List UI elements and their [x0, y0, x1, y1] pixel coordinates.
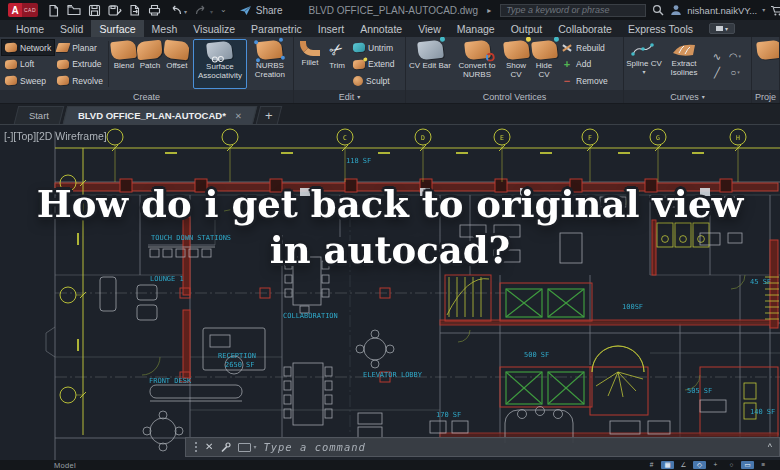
command-bar-grip[interactable]	[193, 440, 198, 454]
tab-manage[interactable]: Manage	[449, 20, 503, 37]
command-window-icon	[238, 443, 251, 452]
print-icon[interactable]	[148, 4, 161, 16]
convert-to-nurbs-button[interactable]: Convert to NURBS	[452, 38, 502, 90]
panel-title-project[interactable]: Proje	[752, 90, 779, 103]
cart-icon[interactable]	[770, 5, 780, 16]
command-close-icon[interactable]: ✕	[205, 442, 213, 452]
command-input[interactable]	[263, 441, 760, 453]
autocad-logo[interactable]: ACAD	[8, 3, 38, 17]
offset-button[interactable]: Offset	[163, 38, 191, 90]
tab-view[interactable]: View	[410, 20, 449, 37]
sculpt-button[interactable]: Sculpt	[350, 73, 397, 88]
recent-commands-button[interactable]: ▾	[238, 443, 256, 452]
network-surface-button[interactable]: Network	[2, 40, 54, 55]
curve-sketch-icon[interactable]: ∿	[708, 48, 726, 64]
share-button[interactable]: Share	[239, 5, 283, 16]
export-icon[interactable]	[129, 4, 141, 16]
rebuild-button[interactable]: Rebuild	[558, 40, 611, 55]
open-folder-icon[interactable]	[67, 4, 81, 16]
revolve-button[interactable]: Revolve	[54, 73, 106, 88]
new-file-icon[interactable]	[47, 4, 60, 17]
save-icon[interactable]	[88, 4, 101, 17]
panel-title-control-vertices[interactable]: Control Vertices	[406, 90, 623, 103]
command-expand-icon[interactable]: ^	[768, 443, 772, 452]
tab-visualize[interactable]: Visualize	[185, 20, 243, 37]
sweep-button[interactable]: Sweep	[2, 73, 54, 88]
help-search	[500, 4, 664, 17]
search-input[interactable]	[500, 4, 646, 17]
save-as-icon[interactable]	[108, 4, 122, 17]
curve-blend-icon[interactable]: ◠▾	[726, 48, 744, 64]
file-tab-close-icon[interactable]: ✕	[235, 111, 242, 121]
circle-tool-icon[interactable]: ○▾	[726, 64, 744, 80]
tab-parametric[interactable]: Parametric	[243, 20, 310, 37]
loft-button[interactable]: Loft	[2, 57, 54, 72]
polar-toggle-icon[interactable]: +	[709, 461, 722, 469]
line-tool-icon[interactable]: ╱	[708, 64, 726, 80]
ribbon-display-toggle[interactable]: ▾	[709, 23, 735, 34]
btn-label: Loft	[20, 59, 34, 69]
extract-isolines-button[interactable]: Extract Isolines	[662, 38, 706, 90]
osnap-toggle-icon[interactable]: ◇	[693, 461, 706, 469]
ribbon-panel-control-vertices: CV Edit Bar Convert to NURBS Show CV Hid…	[406, 37, 624, 103]
undo-dropdown-icon[interactable]: ▾	[184, 8, 187, 16]
viewport-controls[interactable]: [-][Top][2D Wireframe]	[4, 130, 107, 142]
panel-title-curves[interactable]: Curves▾	[624, 90, 751, 103]
patch-button[interactable]: Patch	[137, 38, 163, 90]
model-space-canvas[interactable]: C D E F G H 118 SF TOUCH DOWN STATIONS L…	[0, 125, 780, 460]
tab-insert[interactable]: Insert	[310, 20, 352, 37]
workspace-toggle-icon[interactable]: ▭	[741, 461, 754, 469]
customization-icon[interactable]: ≡	[757, 461, 770, 469]
extrude-button[interactable]: Extrude	[54, 57, 106, 72]
trim-button[interactable]: ✂Trim	[324, 38, 350, 90]
file-tab-start[interactable]: Start	[14, 106, 65, 124]
ortho-toggle-icon[interactable]: ∠	[677, 461, 690, 469]
create-small-col-2: Planar Extrude Revolve	[54, 38, 106, 90]
hide-cv-button[interactable]: Hide CV	[530, 38, 558, 90]
tab-solid[interactable]: Solid	[52, 20, 91, 37]
redo-button[interactable]: ▾	[194, 5, 213, 16]
file-tab-document[interactable]: BLVD OFFICE_PLAN-AUTOCAD* ✕	[63, 106, 258, 124]
hide-cv-icon	[531, 40, 558, 61]
tab-mesh[interactable]: Mesh	[144, 20, 186, 37]
tab-surface[interactable]: Surface	[91, 20, 143, 37]
cv-edit-bar-button[interactable]: CV Edit Bar	[408, 38, 452, 90]
autocad-logo-sub: CAD	[22, 3, 38, 17]
search-icon[interactable]	[652, 4, 664, 16]
blend-button[interactable]: Blend	[111, 38, 137, 90]
panel-title-create[interactable]: Create	[0, 90, 293, 103]
room-label: 2650 SF	[225, 361, 255, 369]
file-tab-bar: Start BLVD OFFICE_PLAN-AUTOCAD* ✕ +	[0, 104, 780, 125]
redo-dropdown-icon[interactable]: ▾	[210, 8, 213, 16]
remove-cv-button[interactable]: −Remove	[558, 73, 611, 88]
model-tab[interactable]: Model	[54, 461, 76, 470]
panel-title-edit[interactable]: Edit▾	[294, 90, 405, 103]
tab-express-tools[interactable]: Express Tools	[620, 20, 701, 37]
qat-customize-icon[interactable]: ⌄	[220, 6, 227, 14]
user-icon[interactable]	[670, 4, 682, 16]
fillet-button[interactable]: Fillet	[296, 38, 324, 90]
project-geometry-button[interactable]	[754, 38, 780, 90]
user-dropdown-icon[interactable]: ▾	[762, 6, 765, 14]
planar-button[interactable]: Planar	[54, 40, 106, 55]
title-expand-icon[interactable]: ▸	[487, 6, 491, 15]
tab-annotate[interactable]: Annotate	[352, 20, 410, 37]
annotation-toggle-icon[interactable]: ○	[725, 461, 738, 469]
tab-home[interactable]: Home	[8, 20, 52, 37]
new-drawing-tab-button[interactable]: +	[256, 106, 282, 124]
untrim-button[interactable]: Untrim	[350, 40, 397, 55]
undo-button[interactable]: ▾	[168, 5, 187, 16]
snap-toggle-icon[interactable]: #	[645, 461, 658, 469]
surface-associativity-toggle[interactable]: Surface Associativity	[193, 39, 247, 89]
spline-cv-button[interactable]: Spline CV ▾	[626, 38, 662, 90]
show-cv-button[interactable]: Show CV	[502, 38, 530, 90]
nurbs-creation-button[interactable]: NURBS Creation	[249, 38, 291, 90]
grid-toggle-icon[interactable]: ▦	[661, 461, 674, 469]
extend-button[interactable]: Extend	[350, 57, 397, 72]
tab-output[interactable]: Output	[503, 20, 551, 37]
username[interactable]: nishant.naikVY...	[687, 5, 757, 16]
tab-collaborate[interactable]: Collaborate	[550, 20, 620, 37]
add-cv-button[interactable]: +Add	[558, 57, 611, 72]
floorplan-drawing[interactable]: C D E F G H 118 SF TOUCH DOWN STATIONS L…	[0, 125, 780, 460]
customize-wrench-icon[interactable]	[220, 442, 231, 453]
